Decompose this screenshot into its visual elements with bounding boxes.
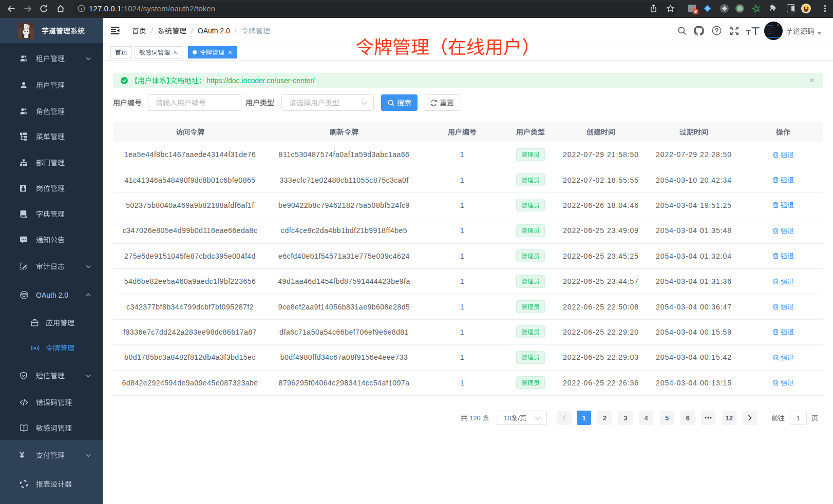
svg-text:A: A (34, 346, 37, 351)
